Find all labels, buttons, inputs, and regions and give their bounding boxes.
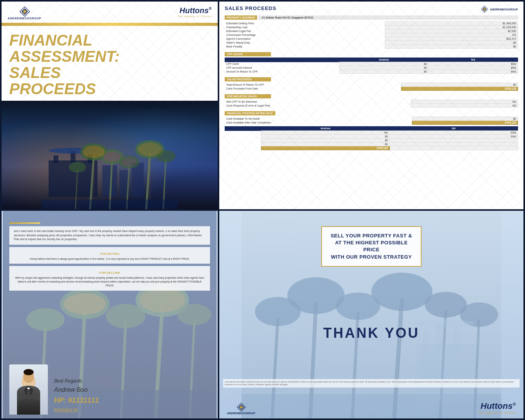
svg-rect-4 <box>54 156 59 163</box>
sales-panel: SALES PROCEEDS ANDREWBOOGROUP PROPERTY A… <box>219 2 523 209</box>
agent-figure <box>9 364 48 415</box>
svg-point-35 <box>26 308 64 331</box>
thank-you-heading: THANK YOU <box>323 325 419 341</box>
bio-selling-box: FOR SELLING With my unique and aggressiv… <box>9 266 210 290</box>
svg-point-28 <box>103 152 121 161</box>
bio-intro-box: and I have been in the real estate indus… <box>9 226 210 245</box>
svg-rect-50 <box>27 388 30 389</box>
main-container: ANDREWBOOGROUP Huttons® The Agency of Ch… <box>0 0 525 420</box>
svg-rect-10 <box>132 163 144 197</box>
bio-intro-text: and I have been in the real estate indus… <box>14 229 205 242</box>
footer-huttons: Huttons® The Agency of Choice <box>478 401 516 415</box>
agent-contact-info: Best Regards Andrew Boo HP: 91131111 R00… <box>54 378 99 415</box>
gold-accent-bar <box>9 222 40 224</box>
cover-panel: ANDREWBOOGROUP Huttons® The Agency of Ch… <box>2 2 218 209</box>
footer-andrew-text: ANDREWBOOGROUP <box>227 412 255 415</box>
for-buying-title: FOR BUYING <box>14 252 205 256</box>
agent-photo <box>9 364 48 415</box>
svg-point-59 <box>371 273 432 311</box>
svg-point-55 <box>287 277 344 314</box>
svg-point-27 <box>69 162 86 173</box>
agent-hp: HP: 91131111 <box>54 395 99 406</box>
svg-rect-68 <box>454 329 459 348</box>
svg-point-43 <box>177 304 212 325</box>
sell-text: SELL YOUR PROPERTY FAST &AT THE HIGHEST … <box>330 232 413 261</box>
footer-huttons-name: Huttons® <box>478 401 516 411</box>
watermark2 <box>219 2 523 209</box>
svg-rect-23 <box>41 200 178 209</box>
footer-huttons-tagline: The Agency of Choice <box>478 411 516 415</box>
svg-point-29 <box>121 158 137 167</box>
sell-property-box: SELL YOUR PROPERTY FAST &AT THE HIGHEST … <box>321 226 422 267</box>
svg-rect-66 <box>423 333 429 348</box>
svg-rect-65 <box>417 344 474 401</box>
svg-point-21 <box>83 146 105 158</box>
cover-image <box>2 101 218 209</box>
thankyou-footer: ANDREWBOOGROUP Huttons® The Agency of Ch… <box>219 401 523 415</box>
for-selling-text: With my unique and aggressive marketing … <box>14 276 205 287</box>
best-regards-text: Best Regards <box>54 378 99 385</box>
thankyou-panel: SELL YOUR PROPERTY FAST &AT THE HIGHEST … <box>219 211 523 418</box>
disclaimer-text: note that the information contained here… <box>223 379 520 388</box>
bio-panel: and I have been in the real estate indus… <box>2 211 218 418</box>
svg-point-69 <box>413 320 474 327</box>
footer-diamond-icon <box>237 403 246 412</box>
supertrees-svg <box>2 112 218 209</box>
svg-point-49 <box>24 369 34 375</box>
agent-photo-area: Best Regards Andrew Boo HP: 91131111 R00… <box>2 364 218 418</box>
for-selling-title: FOR SELLING <box>14 271 205 275</box>
bio-buying-box: FOR BUYING I firmly believe that there i… <box>9 247 210 264</box>
agent-reg: R008019I <box>54 406 99 415</box>
svg-rect-67 <box>436 325 442 348</box>
for-buying-text: I firmly believe that there is always go… <box>14 257 205 261</box>
svg-point-22 <box>138 142 162 156</box>
agent-name: Andrew Boo <box>54 385 99 395</box>
bio-content: and I have been in the real estate indus… <box>2 211 218 297</box>
footer-andrew-logo: ANDREWBOOGROUP <box>227 403 255 415</box>
